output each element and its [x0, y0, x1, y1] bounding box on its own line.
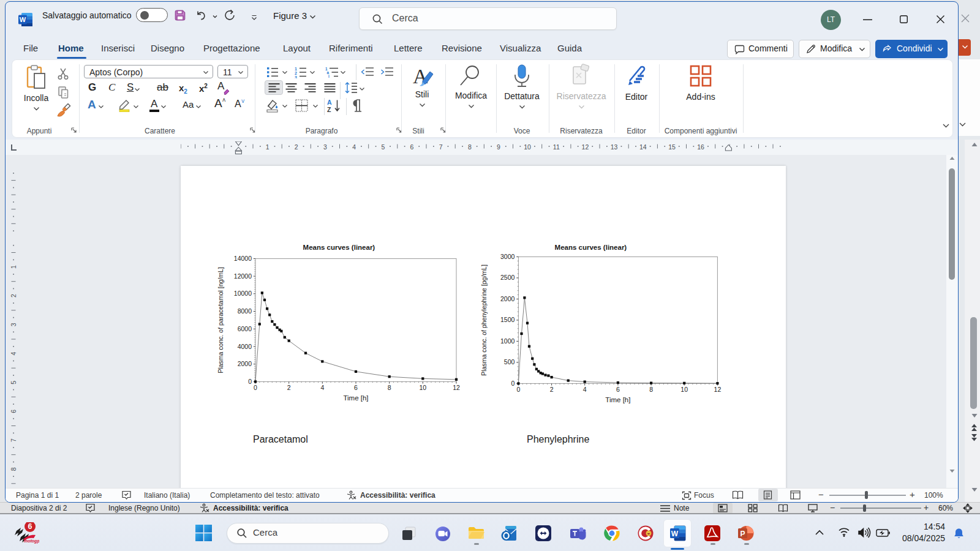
svg-text:10: 10	[680, 386, 688, 393]
svg-text:A: A	[327, 99, 332, 106]
svg-text:10: 10	[524, 143, 531, 151]
svg-text:12: 12	[582, 143, 589, 151]
svg-text:15: 15	[668, 143, 676, 151]
svg-text:Plasma conc. of phenylephrine: Plasma conc. of phenylephrine [pg/mL]	[480, 264, 488, 376]
svg-text:12: 12	[453, 384, 460, 391]
svg-text:0: 0	[511, 380, 515, 387]
svg-text:0: 0	[254, 384, 257, 391]
svg-text:8: 8	[10, 467, 17, 471]
svg-text:14000: 14000	[234, 255, 252, 262]
svg-text:0: 0	[248, 378, 252, 385]
svg-text:13: 13	[611, 143, 618, 151]
svg-text:A: A	[413, 65, 428, 88]
svg-text:motogp: motogp	[24, 539, 39, 544]
svg-text:6: 6	[28, 522, 32, 531]
svg-text:3: 3	[295, 75, 297, 78]
svg-text:Means curves (linear): Means curves (linear)	[555, 244, 627, 251]
svg-text:Time [h]: Time [h]	[605, 396, 630, 403]
svg-text:10: 10	[419, 384, 426, 391]
svg-text:8: 8	[468, 143, 472, 151]
svg-text:7: 7	[439, 143, 443, 151]
svg-text:8: 8	[388, 384, 391, 391]
svg-text:1: 1	[295, 67, 297, 71]
svg-text:2500: 2500	[500, 274, 515, 281]
svg-text:1000: 1000	[500, 337, 515, 345]
svg-text:1: 1	[266, 143, 270, 151]
svg-text:1: 1	[10, 265, 17, 269]
svg-text:6: 6	[354, 384, 358, 391]
svg-text:i: i	[328, 74, 330, 78]
svg-text:14: 14	[639, 143, 647, 151]
svg-text:5: 5	[381, 143, 385, 151]
svg-text:2: 2	[295, 71, 297, 75]
svg-text:3000: 3000	[500, 253, 515, 260]
svg-text:3: 3	[323, 143, 327, 151]
svg-text:0: 0	[516, 386, 520, 393]
svg-text:W: W	[671, 530, 679, 538]
svg-text:P: P	[740, 530, 745, 538]
svg-text:2: 2	[295, 143, 298, 151]
svg-text:7: 7	[10, 438, 17, 442]
svg-text:2: 2	[287, 384, 291, 391]
svg-text:2000: 2000	[500, 295, 515, 302]
svg-text:Plasma conc. of paracetamol [n: Plasma conc. of paracetamol [ng/mL]	[217, 267, 224, 373]
svg-text:16: 16	[697, 143, 704, 151]
svg-text:11: 11	[553, 143, 560, 151]
svg-text:3: 3	[10, 323, 17, 326]
svg-text:2: 2	[10, 294, 17, 298]
svg-text:4: 4	[10, 352, 17, 356]
svg-text:8000: 8000	[238, 307, 252, 315]
svg-text:Time [h]: Time [h]	[343, 394, 368, 402]
svg-text:12000: 12000	[234, 272, 252, 280]
svg-text:6: 6	[10, 410, 17, 413]
svg-text:1500: 1500	[500, 316, 515, 323]
svg-text:6: 6	[410, 143, 413, 151]
svg-text:4: 4	[320, 384, 324, 391]
svg-text:2: 2	[550, 386, 554, 393]
svg-text:9: 9	[497, 143, 500, 151]
svg-text:6000: 6000	[238, 325, 252, 332]
svg-text:4: 4	[583, 386, 587, 393]
svg-text:4: 4	[352, 143, 356, 151]
svg-text:12: 12	[714, 386, 722, 393]
svg-text:2000: 2000	[238, 360, 252, 367]
svg-text:6: 6	[616, 386, 620, 393]
svg-text:5: 5	[10, 381, 17, 384]
svg-text:Z: Z	[327, 106, 331, 113]
svg-text:10000: 10000	[234, 290, 252, 297]
svg-text:8: 8	[649, 386, 653, 393]
svg-text:500: 500	[504, 358, 515, 365]
svg-text:W: W	[20, 16, 26, 23]
svg-text:Means curves (linear): Means curves (linear)	[303, 244, 375, 251]
svg-text:4000: 4000	[238, 343, 252, 350]
